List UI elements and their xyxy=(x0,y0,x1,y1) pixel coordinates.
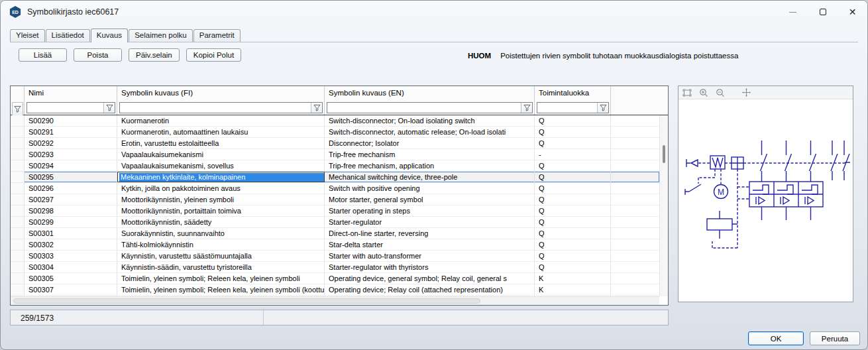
cell-fi[interactable]: Vapaalaukaisumekanismi, sovellus xyxy=(117,160,325,171)
cell-name[interactable]: S00290 xyxy=(25,115,117,126)
table-row[interactable]: S00307Toimielin, yleinen symboli; Releen… xyxy=(11,284,659,296)
cell-en[interactable]: Disconnector; Isolator xyxy=(325,138,535,148)
row-selector[interactable] xyxy=(11,239,25,250)
cell-fi[interactable]: Toimielin, yleinen symboli; Releen kela,… xyxy=(117,273,325,284)
cell-en[interactable]: Trip-free mechanism xyxy=(325,149,535,160)
row-selector[interactable] xyxy=(11,172,25,182)
cell-en[interactable]: Switch-disconnector; On-load isolating s… xyxy=(325,115,535,126)
table-row[interactable]: S00294Vapaalaukaisumekanismi, sovellusTr… xyxy=(11,160,659,172)
cell-name[interactable]: S00299 xyxy=(25,217,117,227)
cell-class[interactable]: Q xyxy=(535,160,611,171)
cell-fi[interactable]: Moottorikäynnistin, portaittain toimiva xyxy=(117,205,325,216)
cell-name[interactable]: S00307 xyxy=(25,284,117,295)
cell-name[interactable]: S00294 xyxy=(25,160,117,171)
horizontal-scrollbar-thumb[interactable] xyxy=(13,298,480,304)
row-selector[interactable] xyxy=(11,127,25,137)
row-selector[interactable] xyxy=(11,138,25,148)
table-row[interactable]: S00291Kuormanerotin, automaattinen lauka… xyxy=(11,127,659,138)
table-row[interactable]: S00305Toimielin, yleinen symboli; Releen… xyxy=(11,273,659,284)
lisää-button[interactable]: Lisää xyxy=(19,48,67,62)
row-selector[interactable] xyxy=(11,205,25,216)
poista-button[interactable]: Poista xyxy=(74,48,122,62)
cell-class[interactable]: - xyxy=(535,149,611,160)
cell-en[interactable]: Star-delta starter xyxy=(325,239,535,250)
cell-class[interactable]: Q xyxy=(535,115,611,126)
cell-name[interactable]: S00292 xyxy=(25,138,117,148)
funnel-icon[interactable] xyxy=(521,103,532,113)
päiv-selain-button[interactable]: Päiv.selain xyxy=(129,48,180,62)
ok-button[interactable]: OK xyxy=(748,331,804,345)
tab-yleiset[interactable]: Yleiset xyxy=(10,29,45,42)
cell-class[interactable]: K xyxy=(535,273,611,284)
row-selector[interactable] xyxy=(11,284,25,295)
zoom-out-icon[interactable] xyxy=(715,88,726,98)
cell-name[interactable]: S00297 xyxy=(25,194,117,205)
pan-icon[interactable] xyxy=(741,88,751,98)
funnel-icon[interactable] xyxy=(12,102,23,116)
vertical-scrollbar-thumb[interactable] xyxy=(663,145,665,163)
row-selector[interactable] xyxy=(11,115,25,126)
cell-name[interactable]: S00303 xyxy=(25,251,117,261)
cell-en[interactable]: Operating device, general symbol; Relay … xyxy=(325,273,535,284)
tab-parametrit[interactable]: Parametrit xyxy=(193,29,241,42)
cell-en[interactable]: Mechanical switching device, three-pole xyxy=(325,172,535,182)
filter-input[interactable] xyxy=(327,102,533,113)
cell-class[interactable]: Q xyxy=(535,239,611,250)
cell-fi[interactable]: Moottorikäynnistin, yleinen symboli xyxy=(117,194,325,205)
cell-class[interactable]: Q xyxy=(535,172,611,182)
table-row[interactable]: S00293VapaalaukaisumekanismiTrip-free me… xyxy=(11,149,659,160)
cell-class[interactable]: Q xyxy=(535,251,611,261)
cell-en[interactable]: Starter-regulator with thyristors xyxy=(325,262,535,272)
tab-selaimen-polku[interactable]: Selaimen polku xyxy=(129,29,193,42)
filter-input[interactable] xyxy=(27,102,115,113)
cell-class[interactable]: Q xyxy=(535,205,611,216)
cell-class[interactable]: Q xyxy=(535,127,611,137)
cell-fi[interactable]: Erotin, varustettu estolaitteella xyxy=(117,138,325,148)
cell-name[interactable]: S00301 xyxy=(25,228,117,239)
cell-fi[interactable]: Toimielin, yleinen symboli; Releen kela,… xyxy=(117,284,325,295)
cell-class[interactable]: K xyxy=(535,284,611,295)
cell-en[interactable]: Switch-disconnector, automatic release; … xyxy=(325,127,535,137)
cell-class[interactable]: Q xyxy=(535,217,611,227)
cell-en[interactable]: Operating device; Relay coil (attached r… xyxy=(325,284,535,295)
cell-fi[interactable]: Vapaalaukaisumekanismi xyxy=(117,149,325,160)
row-selector[interactable] xyxy=(11,262,25,272)
table-row[interactable]: S00299Moottorikäynnistin, säädettyStarte… xyxy=(11,217,659,228)
cell-name[interactable]: S00302 xyxy=(25,239,117,250)
cell-name[interactable]: S00291 xyxy=(25,127,117,137)
horizontal-scrollbar[interactable] xyxy=(11,296,659,305)
cell-name[interactable]: S00295 xyxy=(25,172,117,182)
cell-fi[interactable]: Moottorikäynnistin, säädetty xyxy=(117,217,325,227)
table-row[interactable]: S00298Moottorikäynnistin, portaittain to… xyxy=(11,205,659,217)
zoom-window-icon[interactable] xyxy=(682,88,692,98)
tab-lisätiedot[interactable]: Lisätiedot xyxy=(46,29,90,42)
cell-fi[interactable]: Tähti-kolmiokäynnistin xyxy=(117,239,325,250)
tab-kuvaus[interactable]: Kuvaus xyxy=(91,29,128,42)
table-row[interactable]: S00301Suorakäynnistin, suunnanvaihtoDire… xyxy=(11,228,659,239)
zoom-in-icon[interactable] xyxy=(698,88,709,98)
cell-name[interactable]: S00298 xyxy=(25,205,117,216)
cell-en[interactable]: Starter operating in steps xyxy=(325,205,535,216)
table-row[interactable]: S00297Moottorikäynnistin, yleinen symbol… xyxy=(11,194,659,205)
row-selector[interactable] xyxy=(11,194,25,205)
cell-class[interactable]: Q xyxy=(535,138,611,148)
table-row[interactable]: S00295Mekaaninen kytkinlaite, kolminapai… xyxy=(11,172,659,183)
cell-fi-edit[interactable]: Mekaaninen kytkinlaite, kolminapainen xyxy=(117,172,325,182)
row-selector[interactable] xyxy=(11,149,25,160)
row-selector[interactable] xyxy=(11,183,25,194)
row-selector[interactable] xyxy=(11,228,25,239)
maximize-button[interactable] xyxy=(808,1,838,23)
row-selector[interactable] xyxy=(11,251,25,261)
funnel-icon[interactable] xyxy=(103,103,115,113)
cell-fi[interactable]: Kuormanerotin xyxy=(117,115,325,126)
close-button[interactable]: ✕ xyxy=(838,1,867,23)
vertical-scrollbar[interactable] xyxy=(659,115,668,296)
cell-fi[interactable]: Suorakäynnistin, suunnanvaihto xyxy=(117,228,325,239)
row-selector[interactable] xyxy=(11,217,25,227)
filter-input[interactable] xyxy=(537,102,609,113)
cell-en[interactable]: Starter with auto-transformer xyxy=(325,251,535,261)
row-selector[interactable] xyxy=(11,160,25,171)
cell-class[interactable]: Q xyxy=(535,262,611,272)
table-row[interactable]: S00304Käynnistin-säädin, varustettu tyri… xyxy=(11,262,659,273)
kopioi-polut-button[interactable]: Kopioi Polut xyxy=(186,48,241,62)
